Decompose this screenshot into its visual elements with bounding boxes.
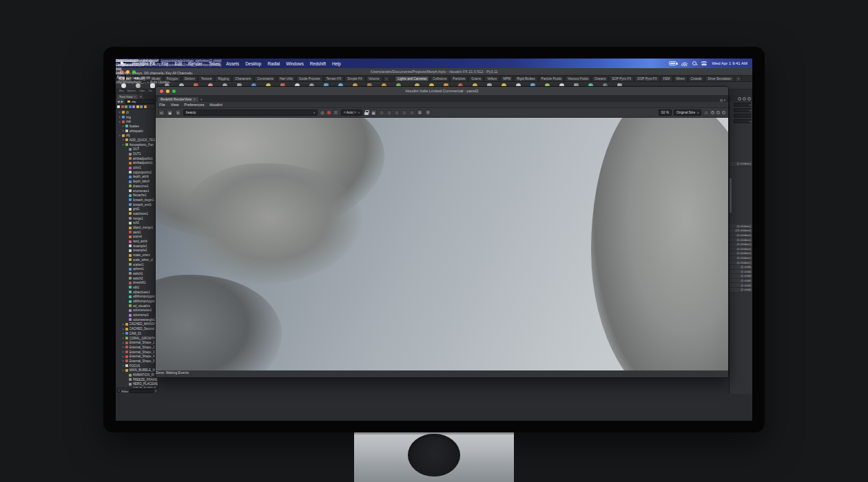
tree-item[interactable]: ▸External_Shape_2 [116, 345, 158, 350]
shelf-tab-hair-utils[interactable]: Hair Utils [277, 76, 296, 81]
renderview-menu-houdini[interactable]: Houdini [209, 103, 222, 107]
stop-render-icon[interactable] [327, 111, 331, 114]
tree-item[interactable]: ▸CACHED_MAINSH [116, 322, 158, 327]
children-count-row[interactable]: (13 children) [730, 229, 752, 233]
wifi-icon[interactable] [681, 61, 688, 66]
tree-item[interactable]: ▸obj [116, 133, 158, 138]
clock-icon[interactable] [379, 110, 384, 116]
timeline-zoom-button[interactable]: ⌕ [129, 71, 131, 75]
pane-menu-icons[interactable]: ▤ ▾ [720, 98, 728, 102]
tree-item[interactable]: ANIMATION_RI [116, 373, 158, 377]
compare-icon[interactable] [409, 110, 415, 116]
menubar-item-desktop[interactable]: Desktop [245, 61, 261, 66]
tree-item[interactable]: switch2 [116, 276, 158, 281]
tree-item[interactable]: vdbactivate1 [116, 290, 158, 295]
shelf-tab-simple-fx[interactable]: Simple FX [344, 76, 365, 81]
children-count-row[interactable]: (0 children) [730, 251, 752, 256]
tree-item[interactable]: ▸CACHED_Second [116, 326, 158, 331]
tree-item[interactable]: rand_attrib [116, 239, 158, 244]
gear-icon[interactable] [703, 110, 709, 116]
auto-update-dropdown[interactable]: Auto Update▾ [150, 80, 171, 84]
shelf-tab-+[interactable]: + [735, 76, 743, 81]
refresh-icon[interactable]: ↻ [175, 109, 181, 116]
menubar-item-redshift[interactable]: Redshift [310, 61, 326, 66]
shelf-tab-crowds[interactable]: Crowds [688, 76, 705, 81]
shelf-tab-dop-pyro-fx[interactable]: DOP Pyro FX [634, 76, 659, 81]
node-plug-icon[interactable]: ⊣ [749, 120, 751, 123]
tree-item[interactable]: volumerop1 [116, 313, 158, 317]
info-icon[interactable]: i [743, 97, 746, 101]
tree-item[interactable]: color1 [116, 165, 158, 170]
menubar-clock[interactable]: Wed Apr 1 9:41 AM [712, 61, 747, 65]
search-icon[interactable]: ⌕ [738, 97, 741, 101]
tree-item[interactable]: resample2 [116, 249, 158, 253]
snapshot-icon[interactable]: ▣ [167, 109, 173, 116]
frame-field[interactable]: 102 [136, 63, 141, 67]
shelf-tab-oceans[interactable]: Oceans [592, 76, 608, 81]
tree-item[interactable]: sphere1 [116, 266, 158, 271]
shelf-tab-sop-pyro-fx[interactable]: SOP Pyro FX [609, 76, 634, 81]
parameter-field[interactable] [734, 114, 751, 118]
tree-item[interactable]: object_merge1 [116, 225, 158, 230]
node-plug-icon[interactable]: ⊣ [749, 109, 751, 112]
tree-item[interactable]: foreach_end1 [116, 202, 158, 207]
tree-item[interactable]: resample1 [116, 244, 158, 249]
material-preview-icon[interactable] [320, 110, 325, 116]
shelf-tab-wires[interactable]: Wires [674, 76, 688, 81]
tree-filter-input[interactable] [130, 389, 154, 393]
image-size-dropdown[interactable]: Original Size▾ [674, 109, 701, 116]
children-count-row[interactable]: (0 children) [730, 247, 752, 252]
shelf-tab-lights-and-cameras[interactable]: Lights and Cameras [395, 76, 429, 81]
close-tab-icon[interactable]: × [134, 95, 136, 98]
shelf-tab-+[interactable]: + [383, 76, 391, 81]
tree-item[interactable]: ▸ch [116, 110, 158, 115]
parameter-field[interactable]: ⊣ [734, 103, 751, 107]
tree-item[interactable]: foreach_begin1 [116, 198, 158, 202]
crop-icon[interactable]: ⌗ [333, 109, 339, 116]
display-flag-icon[interactable] [121, 105, 124, 108]
tree-item[interactable]: ▸CAM_01 [116, 331, 158, 336]
tree-item[interactable]: drawcurve1 [116, 184, 158, 189]
children-count-row[interactable]: (0 children) [730, 242, 752, 247]
tree-item[interactable]: merge1 [116, 216, 158, 221]
magnify-icon[interactable]: ⌕ [716, 111, 720, 114]
node-plug-icon[interactable]: ⊣ [749, 103, 751, 107]
children-count-row[interactable]: (1 child) [730, 265, 752, 270]
children-count-row[interactable]: (1 child) [730, 288, 752, 293]
children-count-row[interactable]: (1 child) [730, 279, 752, 284]
children-count-row[interactable]: (1 child) [730, 283, 752, 288]
range-end-field-2[interactable]: 240 [123, 71, 128, 75]
children-count-row[interactable]: (0 children) [730, 233, 752, 238]
children-count-row[interactable]: (1 child) [730, 274, 752, 279]
tree-item[interactable]: ▸External_Shape_4 [116, 354, 158, 359]
tree-item[interactable]: HERO_PLACEME [116, 382, 158, 387]
tree-item[interactable]: FREEZE_FRAME [116, 377, 158, 382]
children-count-row[interactable]: (0 children) [730, 224, 752, 229]
close-tab-icon[interactable]: × [194, 98, 196, 101]
tree-item[interactable]: vdb1 [116, 285, 158, 290]
open-folder-icon[interactable]: 🗀 [158, 109, 165, 116]
target-icon[interactable] [386, 110, 392, 116]
shelf-tab-grains[interactable]: Grains [468, 76, 484, 81]
new-tab-button[interactable]: + [198, 96, 205, 102]
tree-item[interactable]: vdbfrompolygons2 [116, 299, 158, 304]
display-flag-icon[interactable] [140, 105, 143, 108]
shelf-tab-constraints[interactable]: Constraints [254, 76, 276, 81]
frame-forward-button[interactable]: ▸ [143, 63, 145, 67]
copy-icon[interactable]: ⎘ [425, 109, 431, 116]
layers-icon[interactable]: ⧉ [417, 109, 423, 116]
tree-item[interactable]: attribadjustint1 [116, 161, 158, 166]
new-tab-button[interactable]: + [138, 94, 143, 99]
range-end-field[interactable]: 240 [116, 71, 121, 75]
pencil-icon[interactable]: ✎ [711, 111, 714, 114]
tree-item[interactable]: INPUT_BUBBLE [116, 386, 158, 388]
expand-icon[interactable] [394, 110, 400, 116]
menubar-item-radial[interactable]: Radial [267, 61, 280, 66]
tree-item[interactable]: volumenoise1 [116, 308, 158, 313]
tree-item[interactable]: pack1 [116, 230, 158, 235]
shelf-tab-particle-fluids[interactable]: Particle Fluids [539, 76, 564, 81]
shelf-tab-vellum[interactable]: Vellum [484, 76, 499, 81]
display-flag-icon[interactable] [132, 105, 135, 108]
display-flag-icon[interactable] [117, 105, 120, 108]
filter-checkbox[interactable] [117, 390, 121, 393]
